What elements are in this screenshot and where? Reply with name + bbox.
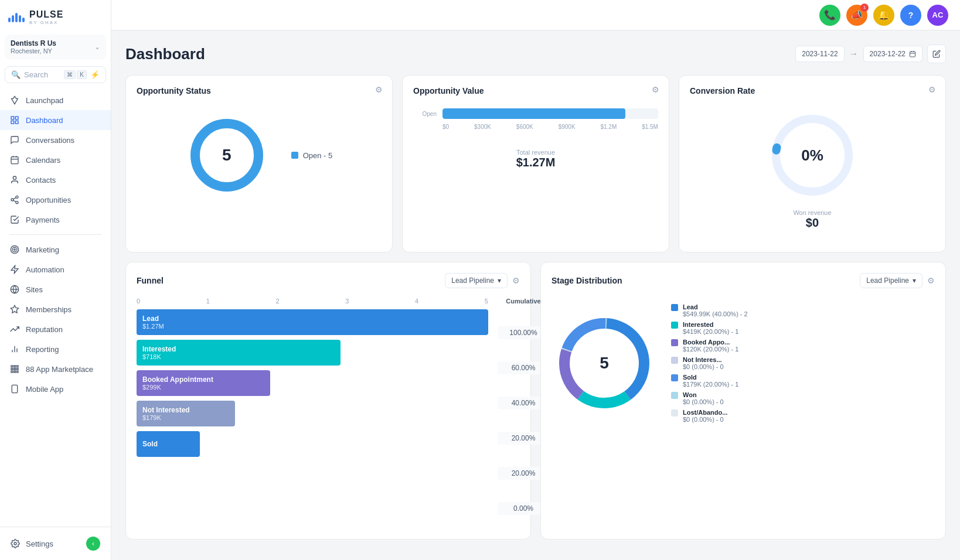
sidebar-item-reporting[interactable]: Reporting (0, 339, 111, 359)
sidebar-item-label: Reporting (26, 345, 59, 354)
stage-detail-sold: $179K (20.00%) - 1 (683, 381, 738, 388)
card-settings-icon[interactable]: ⚙ (375, 85, 383, 94)
trending-icon (9, 324, 20, 334)
sidebar-item-automation[interactable]: Automation (0, 259, 111, 279)
edit-dashboard-button[interactable] (927, 45, 946, 63)
stage-text-not-interested: Not Interes... $0 (0.00%) - 0 (683, 356, 724, 370)
svg-point-35 (14, 542, 16, 545)
x-label-1: $300K (474, 124, 491, 130)
bell-button[interactable]: 🔔 (873, 5, 894, 26)
logo-bar-3 (15, 13, 18, 22)
stage-name-booked: Booked Appo... (683, 339, 738, 346)
logo-bar-2 (12, 15, 14, 22)
funnel-header: Funnel Lead Pipeline ▾ ⚙ (137, 273, 520, 288)
sidebar-item-mobile-app[interactable]: Mobile App (0, 379, 111, 399)
stage-detail-lost: $0 (0.00%) - 0 (683, 416, 727, 423)
stage-pipeline-select[interactable]: Lead Pipeline ▾ (860, 273, 922, 288)
collapse-button[interactable]: ‹ (86, 537, 100, 551)
search-icon: 🔍 (11, 70, 21, 79)
sidebar-item-launchpad[interactable]: Launchpad (0, 90, 111, 110)
funnel-bar-wrap-3: Not Interested $179K (137, 401, 488, 426)
sidebar: PULSE BY GHAX Dentists R Us Rochester, N… (0, 0, 111, 560)
sidebar-item-app-marketplace[interactable]: 88 App Marketplace (0, 359, 111, 379)
svg-rect-30 (11, 371, 13, 373)
sidebar-item-label: Dashboard (26, 116, 63, 125)
sidebar-item-payments[interactable]: Payments (0, 210, 111, 230)
stage-text-booked: Booked Appo... $120K (20.00%) - 1 (683, 339, 738, 353)
funnel-bar-lead: Lead $1.27M (137, 309, 488, 335)
date-from-input[interactable]: 2023-11-22 (795, 46, 844, 62)
funnel-bar-name-1: Interested (142, 345, 341, 353)
sidebar-item-calendars[interactable]: Calendars (0, 150, 111, 170)
funnel-bar-value-3: $179K (142, 414, 235, 421)
user-avatar[interactable]: AC (927, 5, 948, 26)
bolt-icon (9, 264, 20, 275)
bar-chart-container: Open $0 $300K $600K $900K $1.2M $1.5M (413, 103, 658, 142)
funnel-bars: 0 1 2 3 4 5 Lead $1.27M (137, 298, 488, 528)
opportunity-value-title: Opportunity Value (413, 86, 658, 95)
help-button[interactable]: ? (900, 5, 921, 26)
funnel-pipeline-select[interactable]: Lead Pipeline ▾ (445, 273, 508, 288)
funnel-x-0: 0 (137, 298, 140, 305)
account-info: Dentists R Us Rochester, NY (11, 39, 56, 54)
svg-point-11 (16, 202, 18, 204)
sidebar-item-reputation[interactable]: Reputation (0, 319, 111, 339)
megaphone-button[interactable]: 📣 1 (846, 5, 867, 26)
funnel-bar-value-2: $299K (142, 384, 270, 391)
conversion-rate-card: Conversion Rate ⚙ 0% Won revenue $0 (679, 75, 946, 252)
date-range: 2023-11-22 → 2023-12-22 (795, 45, 946, 63)
shortcut-k: K (77, 70, 87, 79)
sidebar-item-memberships[interactable]: Memberships (0, 299, 111, 319)
search-bar[interactable]: 🔍 Search ⌘ K ⚡ (5, 66, 106, 83)
stage-name-sold: Sold (683, 374, 738, 381)
sidebar-item-conversations[interactable]: Conversations (0, 130, 111, 150)
sidebar-item-contacts[interactable]: Contacts (0, 170, 111, 190)
funnel-bar-row-4: Sold (137, 431, 488, 457)
stage-name-interested: Interested (683, 321, 738, 328)
conversion-rate-title: Conversion Rate (690, 86, 935, 95)
svg-point-9 (16, 196, 18, 198)
sidebar-item-label: Mobile App (26, 385, 63, 394)
sidebar-item-label: Launchpad (26, 96, 63, 105)
date-to-value: 2023-12-22 (870, 50, 905, 58)
sidebar-item-marketing[interactable]: Marketing (0, 240, 111, 259)
stage-dot-lead (671, 304, 678, 311)
svg-rect-25 (14, 366, 16, 367)
stage-pipeline-label: Lead Pipeline (866, 276, 909, 285)
user-icon (9, 175, 20, 185)
stage-text-lead: Lead $549.99K (40.00%) - 2 (683, 303, 748, 317)
calendar-mini-icon (909, 50, 916, 57)
sidebar-item-sites[interactable]: Sites (0, 279, 111, 299)
avatar-initials: AC (932, 11, 944, 19)
globe-icon (9, 284, 20, 295)
sidebar-item-label: Calendars (26, 156, 60, 165)
search-label: Search (24, 70, 64, 79)
stage-total: 5 (600, 354, 609, 373)
card-settings-icon-2[interactable]: ⚙ (652, 85, 659, 94)
chat-icon (9, 135, 20, 145)
funnel-bar-wrap-4: Sold (137, 431, 488, 457)
settings-item[interactable]: Settings ‹ (5, 532, 106, 555)
svg-rect-26 (16, 366, 18, 367)
funnel-settings-icon[interactable]: ⚙ (512, 276, 520, 285)
date-to-input[interactable]: 2023-12-22 (863, 46, 922, 62)
account-switcher[interactable]: Dentists R Us Rochester, NY ⌄ (5, 35, 106, 59)
star-icon (9, 304, 20, 315)
donut-center-value: 5 (222, 146, 232, 165)
card-settings-icon-3[interactable]: ⚙ (928, 85, 936, 94)
conversion-donut: 0% (765, 108, 859, 202)
x-label-3: $900K (559, 124, 576, 130)
funnel-title: Funnel (137, 276, 164, 285)
donut-legend: Open - 5 (291, 151, 333, 160)
phone-button[interactable]: 📞 (819, 5, 840, 26)
sidebar-item-label: Payments (26, 216, 60, 224)
sidebar-item-label: Automation (26, 265, 64, 274)
sidebar-item-opportunities[interactable]: Opportunities (0, 190, 111, 210)
funnel-bar-name-0: Lead (142, 315, 488, 323)
sidebar-item-label: 88 App Marketplace (26, 365, 93, 374)
stage-settings-icon[interactable]: ⚙ (927, 276, 935, 285)
sidebar-item-dashboard[interactable]: Dashboard (0, 110, 111, 130)
chevron-down-icon: ▾ (498, 276, 501, 285)
sidebar-item-label: Sites (26, 285, 43, 294)
svg-line-12 (13, 200, 16, 202)
